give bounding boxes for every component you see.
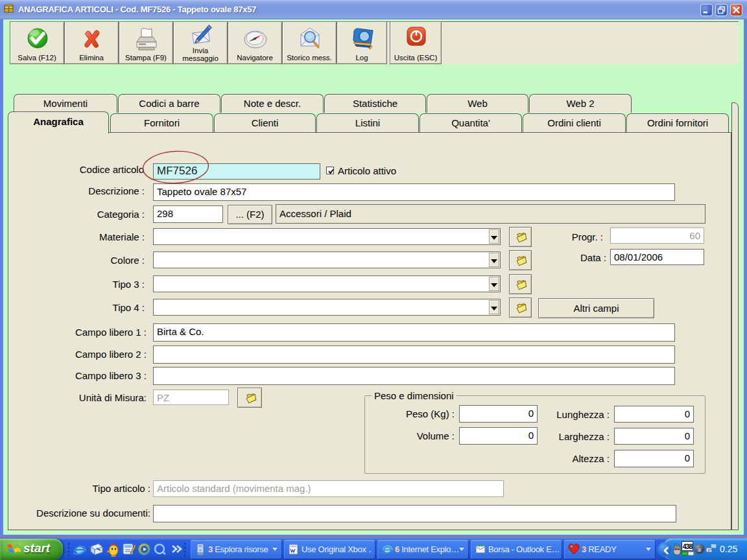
svg-text:a: a (698, 545, 701, 553)
